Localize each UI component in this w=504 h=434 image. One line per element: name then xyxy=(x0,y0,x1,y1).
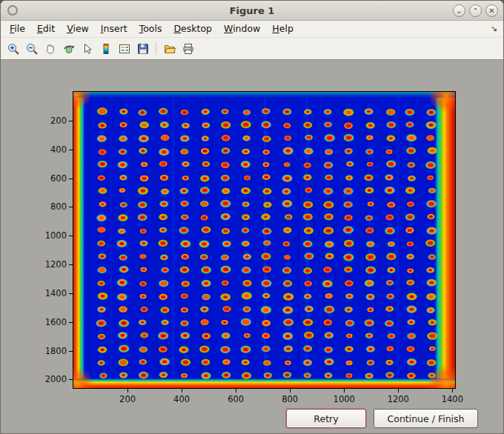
y-tick-label: 2000 xyxy=(45,374,67,384)
y-tick xyxy=(69,293,73,294)
y-tick-label: 1200 xyxy=(45,259,67,270)
y-tick xyxy=(69,322,73,323)
colorbar-icon[interactable] xyxy=(97,40,114,57)
maximize-button[interactable]: ⌃ xyxy=(469,4,482,17)
menu-view[interactable]: View xyxy=(61,21,95,37)
x-tick xyxy=(182,389,182,393)
title-bar[interactable]: Figure 1 ⌄ ⌃ ✕ xyxy=(1,1,503,21)
close-button[interactable]: ✕ xyxy=(485,4,498,17)
y-tick xyxy=(69,178,73,179)
x-tick-label: 1000 xyxy=(334,394,355,404)
y-tick-label: 1000 xyxy=(45,230,67,241)
print-icon[interactable] xyxy=(179,40,196,57)
y-tick-label: 1600 xyxy=(45,317,67,327)
plot-area: 2004006008001000120014002004006008001000… xyxy=(73,91,456,389)
x-tick-label: 600 xyxy=(228,394,244,404)
menu-help[interactable]: Help xyxy=(266,21,299,37)
y-tick xyxy=(69,121,73,121)
menu-bar: File Edit View Insert Tools Desktop Wind… xyxy=(1,21,503,38)
figure-window: Figure 1 ⌄ ⌃ ✕ File Edit View Insert Too… xyxy=(0,0,504,434)
figure-image[interactable] xyxy=(73,92,455,388)
menu-tools[interactable]: Tools xyxy=(133,21,168,37)
y-tick xyxy=(69,379,73,380)
menu-insert[interactable]: Insert xyxy=(95,21,133,37)
y-tick xyxy=(69,236,73,236)
menu-file[interactable]: File xyxy=(4,21,31,37)
y-tick xyxy=(69,150,73,150)
x-tick-label: 400 xyxy=(173,394,190,404)
data-cursor-icon[interactable] xyxy=(79,40,96,57)
menu-edit[interactable]: Edit xyxy=(31,21,61,37)
window-controls: ⌄ ⌃ ✕ xyxy=(453,4,498,17)
y-tick xyxy=(69,351,73,352)
y-tick xyxy=(69,207,73,207)
save-icon[interactable] xyxy=(134,40,151,57)
x-tick xyxy=(127,389,128,393)
open-folder-icon[interactable] xyxy=(161,40,178,57)
zoom-in-icon[interactable] xyxy=(4,40,21,57)
x-tick xyxy=(452,389,453,393)
legend-icon[interactable] xyxy=(116,40,133,57)
y-tick-label: 1800 xyxy=(45,346,67,356)
rotate-3d-icon[interactable] xyxy=(60,40,77,57)
window-menu-icon[interactable] xyxy=(7,5,18,16)
y-tick xyxy=(69,264,73,265)
x-tick-label: 1400 xyxy=(442,394,463,404)
toolbar-separator xyxy=(156,42,156,55)
y-tick-label: 400 xyxy=(50,144,67,155)
menu-window[interactable]: Window xyxy=(218,21,266,37)
x-tick-label: 800 xyxy=(282,394,298,404)
menu-desktop[interactable]: Desktop xyxy=(168,21,218,37)
dock-figure-icon[interactable]: ↘ xyxy=(491,21,497,37)
x-tick xyxy=(398,389,399,393)
y-tick-label: 200 xyxy=(50,116,67,126)
y-tick-label: 600 xyxy=(50,173,67,184)
figure-toolbar xyxy=(1,38,503,60)
x-tick xyxy=(290,389,291,393)
x-tick-label: 1200 xyxy=(388,394,409,404)
pan-hand-icon[interactable] xyxy=(42,40,59,57)
y-tick-label: 1400 xyxy=(45,288,67,298)
continue-finish-button[interactable]: Continue / Finish xyxy=(374,409,478,428)
zoom-out-icon[interactable] xyxy=(23,40,40,57)
x-tick xyxy=(344,389,345,393)
retry-button[interactable]: Retry xyxy=(286,409,366,428)
figure-canvas-area: 2004006008001000120014002004006008001000… xyxy=(1,60,503,433)
y-tick-label: 800 xyxy=(50,201,67,212)
x-tick-label: 200 xyxy=(119,394,136,404)
x-tick xyxy=(236,389,236,393)
window-title: Figure 1 xyxy=(1,5,503,16)
shade-button[interactable]: ⌄ xyxy=(453,4,465,17)
